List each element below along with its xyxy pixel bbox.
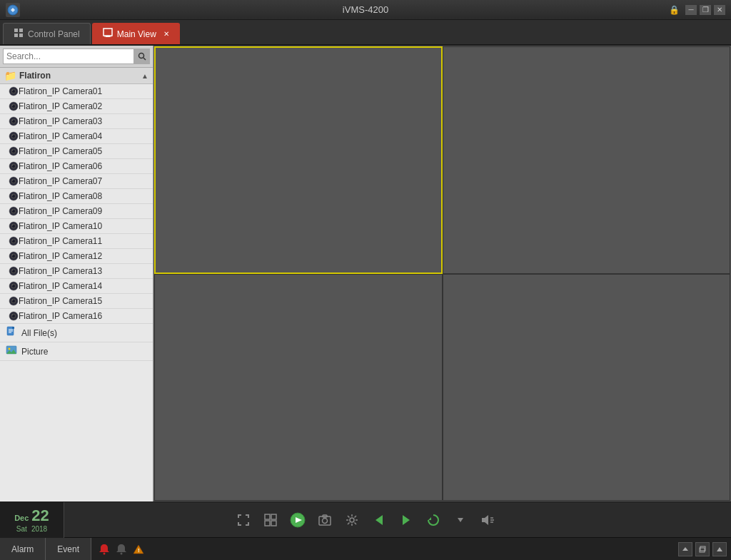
camera-item-4[interactable]: Flatiron_IP Camera04 xyxy=(0,129,153,144)
alarm-tab[interactable]: Alarm xyxy=(0,538,46,561)
video-grid xyxy=(153,46,731,502)
title-bar: iVMS-4200 🔒 ─ ❐ ✕ xyxy=(0,0,731,20)
control-panel-label: Control Panel xyxy=(28,29,80,39)
tab-control-panel[interactable]: Control Panel xyxy=(3,23,91,44)
next-button[interactable] xyxy=(395,509,418,531)
settings-button[interactable] xyxy=(341,509,363,531)
all-files-icon xyxy=(6,326,21,340)
svg-point-65 xyxy=(12,285,14,286)
camera-item-6[interactable]: Flatiron_IP Camera06 xyxy=(0,159,153,174)
control-panel-icon xyxy=(14,28,24,40)
volume-icon xyxy=(480,512,495,528)
picture-item[interactable]: Picture xyxy=(0,342,153,361)
toolbar-center xyxy=(232,509,499,531)
collapse-icon xyxy=(682,546,689,553)
picture-label: Picture xyxy=(21,347,48,357)
alarm-label: Alarm xyxy=(11,544,34,554)
alarm-bell-icon[interactable] xyxy=(97,542,111,556)
settings-icon xyxy=(345,513,359,527)
camera-icon xyxy=(9,221,19,231)
svg-point-21 xyxy=(12,120,14,121)
video-cell-2[interactable] xyxy=(443,46,731,274)
capture-button[interactable] xyxy=(313,509,336,531)
svg-point-73 xyxy=(12,315,14,316)
camera-item-7[interactable]: Flatiron_IP Camera07 xyxy=(0,174,153,189)
svg-rect-75 xyxy=(12,327,14,329)
status-restore-button[interactable] xyxy=(695,542,710,556)
camera-item-9[interactable]: Flatiron_IP Camera09 xyxy=(0,204,153,219)
svg-marker-92 xyxy=(375,515,383,525)
play-button[interactable] xyxy=(286,509,309,531)
camera-icon xyxy=(9,161,19,171)
camera-item-2[interactable]: Flatiron_IP Camera02 xyxy=(0,99,153,114)
refresh-icon xyxy=(426,513,440,527)
prev-button[interactable] xyxy=(368,509,390,531)
tab-close-icon[interactable]: ✕ xyxy=(163,30,169,38)
main-area: 📁 Flatiron ▲ Flatiron_IP Camera01 xyxy=(0,46,731,502)
refresh-button[interactable] xyxy=(422,509,445,531)
play-icon xyxy=(290,512,306,528)
fullscreen-button[interactable] xyxy=(232,509,255,531)
svg-rect-83 xyxy=(271,514,276,519)
all-files-item[interactable]: All File(s) xyxy=(0,324,153,342)
prev-icon xyxy=(372,513,386,527)
main-view-icon xyxy=(103,28,113,40)
search-input[interactable] xyxy=(3,49,134,64)
svg-point-91 xyxy=(350,518,354,522)
camera-item-8[interactable]: Flatiron_IP Camera08 xyxy=(0,189,153,204)
dropdown-button[interactable] xyxy=(449,509,472,531)
svg-rect-3 xyxy=(14,34,18,37)
camera-item-3[interactable]: Flatiron_IP Camera03 xyxy=(0,114,153,129)
search-button[interactable] xyxy=(134,49,150,64)
camera-item-5[interactable]: Flatiron_IP Camera05 xyxy=(0,144,153,159)
camera-item-10[interactable]: Flatiron_IP Camera10 xyxy=(0,219,153,234)
video-cell-1[interactable] xyxy=(154,46,443,274)
status-dot-icon[interactable] xyxy=(114,542,128,556)
volume-button[interactable] xyxy=(476,509,499,531)
warn-icon: ! xyxy=(133,544,144,555)
close-button[interactable]: ✕ xyxy=(714,5,725,15)
svg-marker-108 xyxy=(717,547,722,551)
dropdown-icon xyxy=(456,516,465,524)
layout-button[interactable] xyxy=(259,509,282,531)
camera-item-14[interactable]: Flatiron_IP Camera14 xyxy=(0,279,153,294)
camera-item-1[interactable]: Flatiron_IP Camera01 xyxy=(0,84,153,99)
datetime-box: Dec 22 Sat 2018 xyxy=(0,502,64,538)
svg-point-101 xyxy=(104,552,106,554)
group-label: Flatiron xyxy=(19,71,51,81)
group-header-flatiron[interactable]: 📁 Flatiron ▲ xyxy=(0,68,153,84)
camera-icon xyxy=(9,86,19,96)
minimize-button[interactable]: ─ xyxy=(685,5,697,15)
picture-icon xyxy=(6,345,21,358)
status-icons: ! xyxy=(97,542,146,556)
svg-point-61 xyxy=(12,270,14,271)
video-cell-4[interactable] xyxy=(443,274,731,502)
camera-icon xyxy=(9,191,19,201)
event-tab[interactable]: Event xyxy=(46,538,91,561)
svg-point-25 xyxy=(12,135,14,136)
camera-item-16[interactable]: Flatiron_IP Camera16 xyxy=(0,309,153,324)
video-cell-3[interactable] xyxy=(154,274,443,502)
camera-item-11[interactable]: Flatiron_IP Camera11 xyxy=(0,234,153,249)
tab-main-view[interactable]: Main View ✕ xyxy=(92,23,180,44)
bottom-toolbar: Dec 22 Sat 2018 xyxy=(0,502,731,537)
camera-item-13[interactable]: Flatiron_IP Camera13 xyxy=(0,264,153,279)
collapse-icon[interactable]: ▲ xyxy=(141,72,148,80)
date-day: 22 xyxy=(31,506,49,525)
all-files-label: All File(s) xyxy=(21,328,57,338)
camera-icon xyxy=(9,296,19,306)
status-up-button[interactable] xyxy=(712,542,727,556)
camera-item-15[interactable]: Flatiron_IP Camera15 xyxy=(0,294,153,309)
capture-icon xyxy=(318,513,332,527)
tab-bar: Control Panel Main View ✕ xyxy=(0,20,731,46)
restore-button[interactable]: ❐ xyxy=(700,5,711,15)
status-warn-icon[interactable]: ! xyxy=(131,542,146,556)
status-bar-right xyxy=(678,542,731,556)
svg-marker-94 xyxy=(428,517,431,520)
status-collapse-button[interactable] xyxy=(678,542,692,556)
date-year: 2018 xyxy=(31,525,47,533)
camera-icon xyxy=(9,116,19,126)
svg-point-33 xyxy=(12,165,14,166)
svg-rect-1 xyxy=(14,29,18,32)
camera-item-12[interactable]: Flatiron_IP Camera12 xyxy=(0,249,153,264)
